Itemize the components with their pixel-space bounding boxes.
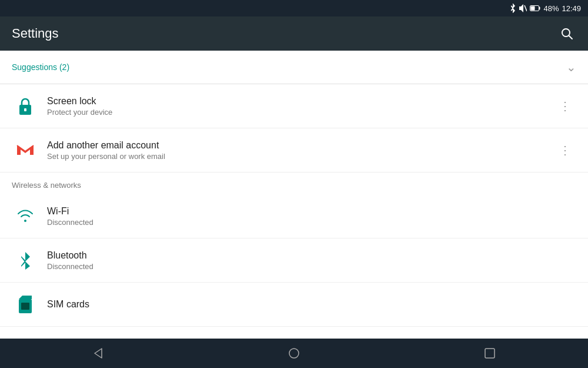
wireless-category-label: Wireless & networks [0,173,588,194]
svg-rect-12 [21,303,29,310]
sim-cards-text: SIM cards [39,299,576,310]
back-button[interactable] [81,342,116,365]
email-account-item[interactable]: Add another email account Set up your pe… [0,128,588,173]
suggestions-chevron-icon: ⌄ [566,60,576,74]
home-button[interactable] [276,342,312,365]
bluetooth-icon [12,247,39,274]
sim-cards-title: SIM cards [47,299,576,310]
email-account-more-button[interactable]: ⋮ [554,142,576,158]
screen-lock-title: Screen lock [47,96,554,107]
wifi-icon [12,203,39,230]
top-bar: Settings [0,16,588,51]
svg-rect-15 [485,349,495,358]
wifi-subtitle: Disconnected [47,218,576,227]
search-button[interactable] [557,24,576,43]
gmail-icon [12,137,39,164]
sim-icon [12,291,39,318]
suggestions-label: Suggestions (2) [12,62,69,72]
email-account-title: Add another email account [47,140,554,151]
email-account-subtitle: Set up your personal or work email [47,152,554,161]
sim-cards-item[interactable]: SIM cards [0,283,588,327]
screen-lock-text: Screen lock Protect your device [39,96,554,117]
svg-rect-9 [24,108,26,111]
status-icons: 48% 12:49 [510,4,581,13]
status-battery-icon [530,5,540,12]
screen-lock-item[interactable]: Screen lock Protect your device ⋮ [0,84,588,128]
svg-line-2 [524,5,527,11]
bottom-nav [0,339,588,368]
bluetooth-title: Bluetooth [47,250,576,261]
bluetooth-item[interactable]: Bluetooth Disconnected [0,238,588,283]
svg-marker-1 [519,4,523,12]
svg-rect-4 [539,7,540,10]
svg-line-7 [569,36,573,39]
bluetooth-subtitle: Disconnected [47,262,576,271]
status-mute-icon [519,4,527,12]
clock: 12:49 [562,4,581,13]
screen-lock-more-button[interactable]: ⋮ [554,98,576,114]
lock-icon [12,92,39,120]
wifi-item[interactable]: Wi-Fi Disconnected [0,194,588,238]
wifi-text: Wi-Fi Disconnected [39,206,576,227]
svg-point-14 [289,349,299,358]
svg-marker-13 [95,349,102,358]
bluetooth-text: Bluetooth Disconnected [39,250,576,271]
page-title: Settings [12,26,59,41]
battery-percent: 48% [543,4,559,13]
status-bluetooth-icon [510,4,516,13]
screen-lock-subtitle: Protect your device [47,108,554,117]
svg-rect-5 [531,6,535,11]
suggestions-header[interactable]: Suggestions (2) ⌄ [0,51,588,84]
content-area: Suggestions (2) ⌄ Screen lock Protect yo… [0,51,588,339]
email-account-text: Add another email account Set up your pe… [39,140,554,161]
wifi-title: Wi-Fi [47,206,576,217]
status-bar: 48% 12:49 [0,0,588,16]
recent-apps-button[interactable] [472,342,507,365]
